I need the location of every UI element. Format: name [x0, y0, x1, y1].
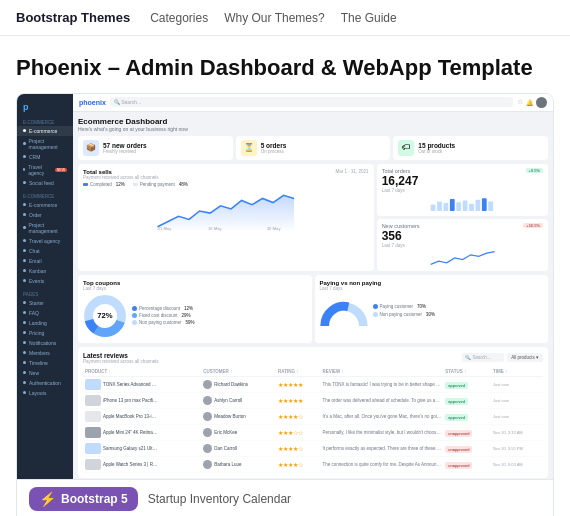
inprogress-icon: ⏳	[241, 140, 257, 156]
reviews-filter[interactable]: All products ▾	[507, 353, 543, 362]
sidebar-item-crm[interactable]: CRM	[17, 152, 73, 162]
product-cell: Apple Mini 24" 4K Retina Display M1 8 Co…	[83, 424, 201, 440]
kpi-new-customers: New customers +16.5% 356 Last 7 days 01 …	[377, 219, 548, 271]
bs-badge[interactable]: ⚡ Bootstrap 5	[29, 487, 138, 511]
avatar[interactable]	[536, 97, 547, 108]
kpi-total-orders: Total orders +6.5% 16,247 Last 7 days	[377, 164, 548, 216]
sidebar-item-layouts[interactable]: Layouts	[17, 388, 73, 398]
inprogress-label: On process	[261, 149, 287, 154]
main-content: phoenix 🔍 Search... ☆ 🔔 Ecommerce Dashbo…	[73, 94, 553, 479]
table-row[interactable]: iPhone 13 pro max Pacific Blue 128GB sto…	[83, 392, 543, 408]
products-icon: 🏷	[398, 140, 414, 156]
svg-rect-9	[469, 203, 474, 210]
customer-cell: Eric McKee	[201, 424, 276, 440]
status-cell: approved	[443, 376, 491, 392]
sidebar-item-timeline[interactable]: Timeline	[17, 358, 73, 368]
rating-cell: ★★★★☆	[276, 440, 321, 456]
product-cell: iPhone 13 pro max Pacific Blue 128GB sto…	[83, 392, 201, 408]
donut-chart: 72%	[83, 294, 127, 338]
paying-card: Paying vs non paying Last 7 days Paying …	[315, 275, 549, 343]
svg-rect-3	[430, 204, 435, 210]
table-row[interactable]: Apple Watch Series 3 | Running Score Est…	[83, 456, 543, 472]
sidebar-item-travel[interactable]: Travel agency NEW	[17, 162, 73, 178]
sidebar-item-ecommerce[interactable]: E-commerce	[17, 126, 73, 136]
top-coupons-card: Top coupons Last 7 days 72% Perc	[78, 275, 312, 343]
rating-cell: ★★★★☆	[276, 408, 321, 424]
total-sells-subtitle: Payment received across all channels	[83, 175, 159, 180]
col-product: PRODUCT ↑	[83, 367, 201, 377]
table-row[interactable]: Apple MacBook Pro 13-inch M1 256GB space…	[83, 408, 543, 424]
col-review: REVIEW ↑	[321, 367, 444, 377]
topbar-icons: ☆ 🔔	[517, 97, 547, 108]
bell-icon[interactable]: 🔔	[526, 99, 533, 106]
svg-text:01 May: 01 May	[158, 225, 173, 230]
sidebar-item-auth[interactable]: Authentication	[17, 378, 73, 388]
col-status: STATUS ↑	[443, 367, 491, 377]
rating-cell: ★★★★★	[276, 392, 321, 408]
time-cell: Just now	[491, 408, 543, 424]
star-icon[interactable]: ☆	[517, 98, 523, 106]
sidebar-item-ecom2[interactable]: E-commerce	[17, 200, 73, 210]
sidebar-item-email[interactable]: Email	[17, 256, 73, 266]
products-value: 15 products	[418, 142, 455, 149]
rating-cell: ★★★☆☆	[276, 424, 321, 440]
stat-card-products: 🏷 15 products Out of stock	[393, 136, 548, 160]
svg-rect-7	[456, 202, 461, 211]
stat-card-orders: 📦 57 new orders Freshly received	[78, 136, 233, 160]
customer-cell: Dan Carroll	[201, 440, 276, 456]
svg-rect-6	[450, 199, 455, 211]
table-row[interactable]: TONX Series Advanced Steelwaith with Sca…	[83, 376, 543, 392]
bs-label: Bootstrap 5	[61, 492, 128, 506]
sidebar-item-members[interactable]: Members	[17, 348, 73, 358]
status-cell: approved	[443, 392, 491, 408]
time-cell: Nov 20, 3:33 AM	[491, 424, 543, 440]
nav-link-why[interactable]: Why Our Themes?	[224, 11, 324, 25]
time-cell: Nov 20, 8:03 AM	[491, 456, 543, 472]
kpi-sub-customers: Last 7 days	[382, 243, 543, 248]
sidebar-item-faq[interactable]: FAQ	[17, 308, 73, 318]
sidebar-item-landing[interactable]: Landing	[17, 318, 73, 328]
page-title: Phoenix – Admin Dashboard & WebApp Templ…	[0, 36, 570, 93]
sidebar-item-events[interactable]: Events	[17, 276, 73, 286]
sidebar-item-pm[interactable]: Project management	[17, 220, 73, 236]
customer-cell: Meadow Burton	[201, 408, 276, 424]
customer-cell: Richard Dawkins	[201, 376, 276, 392]
kpi-customers-chart: 01 May 31 May	[382, 250, 543, 266]
nav-link-guide[interactable]: The Guide	[341, 11, 397, 25]
status-cell: unapproved	[443, 424, 491, 440]
topbar-search[interactable]: 🔍 Search...	[110, 97, 513, 107]
time-cell: Just now	[491, 376, 543, 392]
sidebar-item-order[interactable]: Order	[17, 210, 73, 220]
sidebar-item-pricing[interactable]: Pricing	[17, 328, 73, 338]
ecommerce-header: Ecommerce Dashboard Here's what's going …	[78, 117, 548, 132]
review-cell: It's a Mac, after all. Once you've gone …	[321, 408, 444, 424]
kpi-title-customers: New customers	[382, 223, 420, 229]
sidebar-item-kanban[interactable]: Kanban	[17, 266, 73, 276]
orders-value: 57 new orders	[103, 142, 147, 149]
sidebar-item-notif[interactable]: Notifications	[17, 338, 73, 348]
time-cell: Nov 20, 3:55 PM	[491, 440, 543, 456]
sidebar-item-travel2[interactable]: Travel agency	[17, 236, 73, 246]
sidebar-item-starter[interactable]: Starter	[17, 298, 73, 308]
sidebar-item-social[interactable]: Social feed	[17, 178, 73, 188]
review-cell: The connection is quite comfy for me. De…	[321, 456, 444, 472]
reviews-table: PRODUCT ↑ CUSTOMER ↑ RATING ↑ REVIEW ↑ S…	[83, 367, 543, 473]
sidebar-logo: p	[17, 98, 73, 118]
nav-link-categories[interactable]: Categories	[150, 11, 208, 25]
sidebar-item-new[interactable]: New	[17, 368, 73, 378]
svg-rect-11	[482, 198, 487, 211]
table-row[interactable]: Apple Mini 24" 4K Retina Display M1 8 Co…	[83, 424, 543, 440]
sidebar-item-chat[interactable]: Chat	[17, 246, 73, 256]
table-row[interactable]: Samsung Galaxy s21 Ultra 5 5 Running Sco…	[83, 440, 543, 456]
kpi-value-customers: 356	[382, 229, 543, 243]
kpi-orders-chart	[382, 195, 543, 211]
kpi-badge-customers: +16.5%	[523, 223, 543, 228]
dashboard-mock: p E-commerce E-commerce Project manageme…	[17, 94, 553, 479]
sidebar-item-proj[interactable]: Project management	[17, 136, 73, 152]
svg-text:72%: 72%	[97, 311, 113, 320]
brand[interactable]: Bootstrap Themes	[16, 10, 130, 25]
reviews-search[interactable]: 🔍 Search...	[462, 353, 504, 362]
svg-rect-10	[475, 199, 480, 210]
total-sells-chart: 01 May 16 May 30 May	[83, 190, 369, 232]
status-cell: approved	[443, 408, 491, 424]
